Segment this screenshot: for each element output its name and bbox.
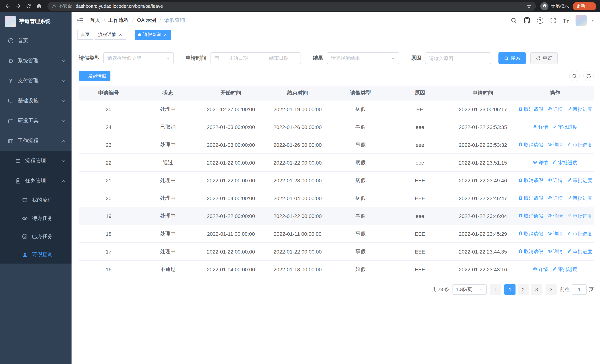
search-button[interactable]: 搜索 xyxy=(498,52,526,64)
detail-action-label: 详情 xyxy=(538,266,548,273)
github-icon[interactable] xyxy=(524,17,530,24)
cancel-action-link[interactable]: 取消请假 xyxy=(518,141,543,148)
bookmark-star-icon[interactable] xyxy=(526,3,532,9)
cell-actions: 取消请假详情审批进度 xyxy=(516,177,594,184)
refresh-icon[interactable] xyxy=(583,71,594,81)
progress-action-link[interactable]: 审批进度 xyxy=(567,177,592,184)
cell-id: 24 xyxy=(79,124,138,130)
page-button-2[interactable]: 2 xyxy=(518,284,529,295)
close-icon[interactable]: × xyxy=(118,32,123,37)
cell-status: 处理中 xyxy=(138,177,197,184)
reset-button-label: 重置 xyxy=(543,55,552,62)
sidebar-item-task-management[interactable]: 任务管理 xyxy=(0,171,72,191)
pagination: 共 23 条 10条/页 123 前往 页 xyxy=(79,284,594,295)
sidebar-item-infrastructure[interactable]: 基础设施 xyxy=(0,91,72,111)
detail-action-link[interactable]: 详情 xyxy=(547,106,563,112)
reason-input[interactable] xyxy=(425,52,491,64)
detail-action-link[interactable]: 详情 xyxy=(547,177,563,184)
end-date-placeholder[interactable]: 结束日期 xyxy=(261,55,297,62)
incognito-icon xyxy=(540,2,548,10)
update-button[interactable]: 更新 ⋮ xyxy=(572,2,596,10)
detail-action-link[interactable]: 详情 xyxy=(533,159,548,166)
detail-action-link[interactable]: 详情 xyxy=(547,213,563,219)
page-button-1[interactable]: 1 xyxy=(504,284,516,295)
progress-action-link[interactable]: 审批进度 xyxy=(567,195,592,201)
sidebar-item-done-tasks[interactable]: 已办任务 xyxy=(0,227,72,245)
cancel-action-link[interactable]: 取消请假 xyxy=(518,177,543,184)
goto-page-input[interactable] xyxy=(572,284,587,295)
create-leave-button[interactable]: + 发起请假 xyxy=(79,71,111,81)
sidebar-toggle-icon[interactable] xyxy=(77,17,84,24)
detail-action-label: 详情 xyxy=(553,213,563,219)
progress-action-link[interactable]: 审批进度 xyxy=(552,266,577,273)
chevron-down-icon[interactable] xyxy=(591,19,594,21)
tab-leave-query[interactable]: 请假查询 × xyxy=(135,30,171,39)
forward-icon[interactable] xyxy=(13,1,23,11)
breadcrumb-item[interactable]: 首页 xyxy=(90,17,100,24)
incognito-label: 无痕模式 xyxy=(551,3,569,9)
cancel-action-link[interactable]: 取消请假 xyxy=(518,230,543,237)
breadcrumb-item-current: 请假查询 xyxy=(164,17,185,24)
fullscreen-icon[interactable] xyxy=(550,17,556,24)
tab-process-detail[interactable]: 流程详情 × xyxy=(95,30,126,39)
next-page-button[interactable] xyxy=(545,284,557,295)
close-icon[interactable]: × xyxy=(163,32,168,37)
cancel-action-link[interactable]: 取消请假 xyxy=(518,106,543,112)
start-date-placeholder[interactable]: 开始日期 xyxy=(220,55,256,62)
detail-action-link[interactable]: 详情 xyxy=(533,124,548,130)
font-size-icon[interactable]: TT xyxy=(563,17,569,24)
page-size-select[interactable]: 10条/页 xyxy=(452,284,487,295)
view-icon xyxy=(547,213,552,219)
sidebar-item-system[interactable]: ⚙ 系统管理 xyxy=(0,51,72,71)
progress-action-link[interactable]: 审批进度 xyxy=(567,213,592,219)
cell-status: 不通过 xyxy=(138,266,197,273)
cancel-action-link[interactable]: 取消请假 xyxy=(518,195,543,201)
cancel-action-link[interactable]: 取消请假 xyxy=(518,248,543,255)
apply-time-range-picker[interactable]: 开始日期 - 结束日期 xyxy=(210,52,301,64)
home-icon[interactable] xyxy=(34,1,44,11)
result-select[interactable]: 请选择流结果 xyxy=(327,52,399,64)
user-avatar[interactable] xyxy=(576,15,587,26)
cell-reason: eee xyxy=(390,159,450,166)
sidebar-item-my-processes[interactable]: 我的流程 xyxy=(0,191,72,209)
detail-action-link[interactable]: 详情 xyxy=(547,141,563,148)
detail-action-link[interactable]: 详情 xyxy=(547,248,563,255)
sidebar-item-leave-query[interactable]: 请假查询 xyxy=(0,245,72,263)
detail-action-link[interactable]: 详情 xyxy=(547,195,563,201)
address-bar[interactable]: 不安全 dashboard.yudao.iocoder.cn/bpm/oa/le… xyxy=(47,2,536,10)
sidebar-item-todo-tasks[interactable]: 待办任务 xyxy=(0,209,72,227)
search-icon[interactable] xyxy=(510,17,517,24)
leave-type-select[interactable]: 请选择请假类型 xyxy=(103,52,174,64)
reload-icon[interactable] xyxy=(24,1,33,11)
sidebar-item-payment[interactable]: ¥ 支付管理 xyxy=(0,71,72,91)
breadcrumb-item[interactable]: 工作流程 xyxy=(108,17,129,24)
cancel-action-link[interactable]: 取消请假 xyxy=(518,213,543,219)
progress-action-link[interactable]: 审批进度 xyxy=(567,248,592,255)
app-logo: 芋道管理系统 xyxy=(0,12,72,31)
url-text[interactable]: dashboard.yudao.iocoder.cn/bpm/oa/leave xyxy=(75,3,526,9)
chevron-down-icon xyxy=(62,159,66,163)
reset-button[interactable]: 重置 xyxy=(530,52,558,64)
tab-home[interactable]: 首页 xyxy=(77,30,93,39)
progress-action-link[interactable]: 审批进度 xyxy=(567,141,592,148)
browser-menu-dots-icon[interactable]: ⋮ xyxy=(587,3,595,9)
progress-action-link[interactable]: 审批进度 xyxy=(567,106,592,112)
sidebar-item-process-management[interactable]: 流程管理 xyxy=(0,151,72,171)
detail-action-link[interactable]: 详情 xyxy=(547,230,563,237)
detail-action-link[interactable]: 详情 xyxy=(533,266,548,273)
progress-action-link[interactable]: 审批进度 xyxy=(567,230,592,237)
not-secure-warning-icon[interactable] xyxy=(52,3,57,9)
sidebar-item-workflow[interactable]: 工作流程 xyxy=(0,131,72,151)
table-row-16: 16不通过2022-01-04 00:00:002022-01-13 00:00… xyxy=(79,261,594,278)
back-icon[interactable] xyxy=(3,1,13,11)
progress-action-link[interactable]: 审批进度 xyxy=(552,159,577,166)
prev-page-button[interactable] xyxy=(490,284,501,295)
search-toggle-icon[interactable] xyxy=(569,71,580,81)
sidebar-item-home[interactable]: 首页 xyxy=(0,31,72,51)
breadcrumb-item[interactable]: OA 示例 xyxy=(137,17,156,24)
sidebar-item-dev-tools[interactable]: 研发工具 xyxy=(0,111,72,131)
cell-start: 2022-01-22 00:00:00 xyxy=(197,159,264,166)
page-button-3[interactable]: 3 xyxy=(531,284,542,295)
progress-action-link[interactable]: 审批进度 xyxy=(552,124,577,130)
help-icon[interactable]: ? xyxy=(537,17,543,24)
